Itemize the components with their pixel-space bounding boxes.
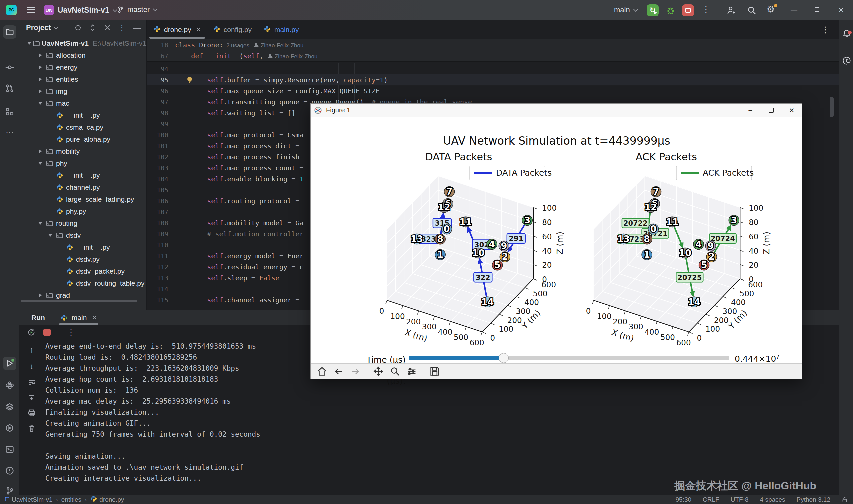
line-ending[interactable]: CRLF (703, 496, 719, 503)
tab-main.py[interactable]: main.py (258, 20, 305, 39)
run-tool-icon[interactable] (3, 357, 16, 370)
zoom-icon[interactable] (390, 366, 400, 377)
branch-selector[interactable]: master (117, 5, 157, 14)
tree-item-mac[interactable]: mac (19, 97, 146, 109)
search-icon[interactable] (747, 5, 757, 15)
down-arrow-icon[interactable]: ↓ (30, 362, 34, 371)
run-panel-title[interactable]: Run (31, 314, 45, 322)
unlocked-icon[interactable] (842, 497, 848, 503)
time-slider-thumb[interactable] (499, 353, 509, 363)
up-arrow-icon[interactable]: ↑ (30, 345, 34, 354)
breadcrumb-item[interactable]: entities (61, 496, 81, 503)
tree-horizontal-scrollbar[interactable] (21, 300, 137, 302)
code-line-94[interactable]: 94 (147, 63, 839, 74)
tree-item-channel.py[interactable]: channel.py (19, 181, 146, 193)
tree-item-mobility[interactable]: mobility (19, 145, 146, 157)
window-close-button[interactable]: ✕ (838, 6, 844, 14)
python-console-tool-icon[interactable] (3, 421, 16, 435)
project-selector[interactable]: UavNetSim-v1 (58, 6, 117, 15)
collapse-all-icon[interactable] (104, 24, 111, 31)
structure-tool-icon[interactable] (3, 105, 16, 118)
tree-item-dsdv[interactable]: dsdv (19, 229, 146, 241)
tree-item-UavNetSim-v1[interactable]: UavNetSim-v1E:\UavNetSim-v1 (19, 37, 146, 49)
pan-icon[interactable] (373, 366, 384, 377)
add-user-icon[interactable] (726, 5, 736, 15)
print-icon[interactable] (28, 409, 36, 417)
caret-position[interactable]: 95:30 (676, 496, 692, 503)
breadcrumb[interactable]: UavNetSim-v1›entities›drone.py (5, 495, 124, 504)
intention-bulb-icon[interactable] (186, 76, 193, 84)
tree-item-allocation[interactable]: allocation (19, 49, 146, 61)
tree-item-dsdv_routing_table.py[interactable]: dsdv_routing_table.py (19, 277, 146, 289)
tree-item-__init__.py[interactable]: __init__.py (19, 109, 146, 121)
home-icon[interactable] (317, 366, 327, 377)
pull-requests-tool-icon[interactable] (3, 82, 16, 95)
tree-item-__init__.py[interactable]: __init__.py (19, 169, 146, 181)
tab-config.py[interactable]: config.py (207, 20, 258, 39)
tree-item-__init__.py[interactable]: __init__.py (19, 241, 146, 253)
run-configuration[interactable]: main (614, 6, 637, 14)
hide-panel-icon[interactable]: — (133, 23, 141, 32)
code-line-18[interactable]: 18class Drone: 2 usagesZihao-Felix-Zhou (147, 39, 839, 50)
rerun-button[interactable]: ↻ (647, 4, 659, 16)
tree-item-csma_ca.py[interactable]: csma_ca.py (19, 121, 146, 133)
close-icon[interactable]: ✕ (196, 26, 201, 33)
problems-tool-icon[interactable] (3, 464, 16, 477)
configure-subplots-icon[interactable] (406, 366, 417, 377)
figure-maximize-button[interactable] (761, 104, 781, 117)
window-maximize-button[interactable] (815, 6, 819, 14)
interpreter[interactable]: Python 3.12 (797, 496, 830, 503)
scroll-to-end-icon[interactable] (28, 394, 36, 402)
tree-item-dsdv_packet.py[interactable]: dsdv_packet.py (19, 265, 146, 277)
panel-more-icon[interactable]: ⋮ (118, 23, 126, 32)
python-packages-tool-icon[interactable] (3, 379, 16, 392)
close-icon[interactable]: ✕ (92, 314, 97, 321)
tree-item-energy[interactable]: energy (19, 61, 146, 73)
terminal-tool-icon[interactable] (3, 443, 16, 456)
figure-close-button[interactable]: ✕ (781, 104, 802, 117)
project-panel-title[interactable]: Project (26, 23, 51, 32)
ai-assistant-icon[interactable] (842, 56, 851, 65)
tree-item-large_scale_fading.py[interactable]: large_scale_fading.py (19, 193, 146, 205)
clear-all-icon[interactable] (28, 424, 36, 432)
rerun-icon[interactable] (27, 328, 35, 336)
soft-wrap-icon[interactable] (28, 378, 36, 386)
tree-item-img[interactable]: img (19, 85, 146, 97)
indentation[interactable]: 4 spaces (760, 496, 785, 503)
time-slider[interactable] (409, 356, 729, 360)
expand-selection-icon[interactable] (89, 24, 96, 31)
encoding[interactable]: UTF-8 (731, 496, 749, 503)
project-avatar[interactable]: UN (44, 5, 54, 15)
save-icon[interactable] (429, 366, 440, 377)
tree-item-routing[interactable]: routing (19, 217, 146, 229)
window-minimize-button[interactable]: — (791, 6, 797, 14)
editor-options-icon[interactable]: ⋮ (821, 25, 830, 35)
stop-button[interactable] (682, 4, 694, 16)
tree-item-phy[interactable]: phy (19, 157, 146, 169)
code-line-67[interactable]: 67 def __init__(self,Zihao-Felix-Zhou (147, 50, 839, 61)
figure-minimize-button[interactable]: – (740, 104, 761, 117)
breadcrumb-item[interactable]: UavNetSim-v1 (12, 496, 52, 503)
tab-drone.py[interactable]: drone.py✕ (147, 20, 207, 39)
tree-item-phy.py[interactable]: phy.py (19, 205, 146, 217)
tree-item-entities[interactable]: entities (19, 73, 146, 85)
project-tool-icon[interactable] (3, 25, 16, 39)
commit-tool-icon[interactable] (3, 61, 16, 74)
tree-item-dsdv.py[interactable]: dsdv.py (19, 253, 146, 265)
figure-titlebar[interactable]: Figure 1 – ✕ (311, 104, 802, 117)
run-tab-main[interactable]: main ✕ (60, 310, 97, 325)
main-menu-icon[interactable] (27, 7, 35, 13)
tree-item-grad[interactable]: grad (19, 289, 146, 301)
run-more-icon[interactable]: ⋮ (67, 328, 75, 337)
breadcrumb-item[interactable]: drone.py (99, 496, 124, 503)
services-tool-icon[interactable] (3, 400, 16, 413)
more-actions-icon[interactable]: ⋮ (702, 4, 710, 14)
code-line-95[interactable]: 95 self.buffer = simpy.Resource(env, cap… (147, 74, 839, 85)
tree-item-pure_aloha.py[interactable]: pure_aloha.py (19, 133, 146, 145)
back-icon[interactable] (333, 366, 344, 377)
locate-icon[interactable] (74, 24, 82, 31)
more-tools-icon[interactable]: ⋯ (3, 126, 16, 139)
stop-icon[interactable] (43, 329, 51, 336)
code-line-96[interactable]: 96 self.max_queue_size = config.MAX_QUEU… (147, 85, 839, 96)
forward-icon[interactable] (350, 366, 361, 377)
